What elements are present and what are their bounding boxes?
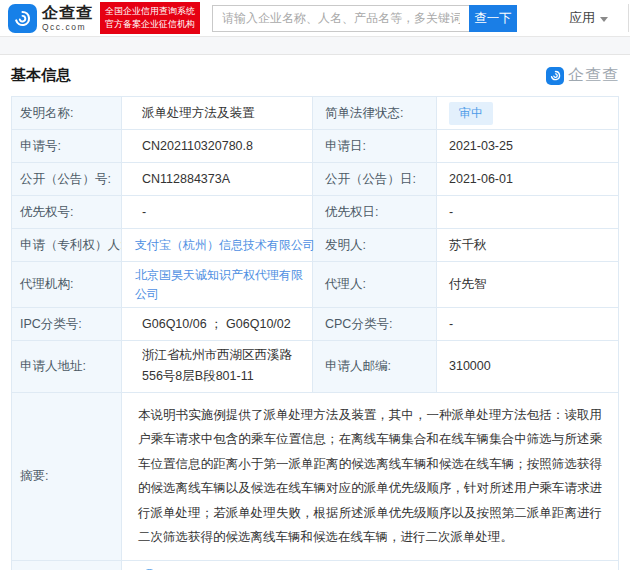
applicant-address-label: 申请人地址: bbox=[12, 341, 122, 393]
agency-cell: 北京国昊天诚知识产权代理有限公司 bbox=[122, 262, 313, 308]
cpc-class-value: - bbox=[437, 308, 619, 341]
applicant-label: 申请（专利权）人: bbox=[12, 229, 122, 262]
logo-domain: Qcc.com bbox=[42, 23, 93, 32]
logo-name: 企查查 bbox=[42, 5, 93, 21]
header-separator bbox=[0, 37, 630, 55]
ipc-class-value: G06Q10/06 ； G06Q10/02 bbox=[122, 308, 313, 341]
simple-legal-status-label: 简单法律状态: bbox=[313, 97, 437, 130]
simple-legal-status-cell: 审中 bbox=[437, 97, 619, 130]
invention-name-label: 发明名称: bbox=[12, 97, 122, 130]
chevron-down-icon bbox=[600, 17, 608, 22]
section-header: 基本信息 企查查 bbox=[11, 55, 619, 96]
agency-label: 代理机构: bbox=[12, 262, 122, 308]
application-number-label: 申请号: bbox=[12, 130, 122, 163]
applicant-link[interactable]: 支付宝（杭州）信息技术有限公司 bbox=[135, 238, 315, 252]
applicant-cell: 支付宝（杭州）信息技术有限公司 bbox=[122, 229, 313, 262]
publication-date-value: 2021-06-01 bbox=[437, 163, 619, 196]
table-row: 申请号: CN202110320780.8 申请日: 2021-03-25 bbox=[12, 130, 619, 163]
table-row: 申请（专利权）人: 支付宝（杭州）信息技术有限公司 发明人: 苏千秋 bbox=[12, 229, 619, 262]
publication-number-value: CN112884373A bbox=[122, 163, 313, 196]
table-row: 优先权号: - 优先权日: - bbox=[12, 196, 619, 229]
application-number-value: CN202110320780.8 bbox=[122, 130, 313, 163]
application-date-label: 申请日: bbox=[313, 130, 437, 163]
search-button[interactable]: 查一下 bbox=[469, 5, 517, 32]
agency-link[interactable]: 北京国昊天诚知识产权代理有限公司 bbox=[135, 268, 303, 301]
table-row: 申请人地址: 浙江省杭州市西湖区西溪路556号8层B段801-11 申请人邮编:… bbox=[12, 341, 619, 393]
basic-info-panel: 基本信息 企查查 发明名称: 派单处理方法及装置 简单法律状态: 审中 申请号:… bbox=[0, 55, 630, 570]
certification-badge: 全国企业信用查询系统 官方备案企业征信机构 bbox=[100, 2, 200, 34]
priority-date-label: 优先权日: bbox=[313, 196, 437, 229]
priority-number-label: 优先权号: bbox=[12, 196, 122, 229]
applicant-zipcode-label: 申请人邮编: bbox=[313, 341, 437, 393]
qcc-logo-icon bbox=[8, 4, 37, 33]
publication-date-label: 公开（公告）日: bbox=[313, 163, 437, 196]
inventor-label: 发明人: bbox=[313, 229, 437, 262]
agent-label: 代理人: bbox=[313, 262, 437, 308]
basic-info-table: 发明名称: 派单处理方法及装置 简单法律状态: 审中 申请号: CN202110… bbox=[11, 96, 619, 570]
applicant-zipcode-value: 310000 bbox=[437, 341, 619, 393]
priority-number-value: - bbox=[122, 196, 313, 229]
badge-line2: 官方备案企业征信机构 bbox=[105, 18, 195, 31]
table-row: 发明名称: 派单处理方法及装置 简单法律状态: 审中 bbox=[12, 97, 619, 130]
search-bar: 查一下 bbox=[212, 5, 517, 32]
application-date-value: 2021-03-25 bbox=[437, 130, 619, 163]
table-row: IPC分类号: G06Q10/06 ； G06Q10/02 CPC分类号: - bbox=[12, 308, 619, 341]
section-title: 基本信息 bbox=[11, 66, 71, 85]
qcc-logo[interactable]: 企查查 Qcc.com bbox=[8, 4, 93, 33]
invention-name-value: 派单处理方法及装置 bbox=[122, 97, 313, 130]
cpc-class-label: CPC分类号: bbox=[313, 308, 437, 341]
qcc-watermark-icon bbox=[546, 67, 564, 85]
table-row: 法律状态: 1 2021-06-01 公开 bbox=[12, 560, 619, 570]
apps-menu[interactable]: 应用 bbox=[569, 9, 608, 27]
apps-menu-label: 应用 bbox=[569, 9, 595, 27]
abstract-value: 本说明书实施例提供了派单处理方法及装置，其中，一种派单处理方法包括：读取用户乘车… bbox=[122, 392, 619, 560]
abstract-label: 摘要: bbox=[12, 392, 122, 560]
badge-line1: 全国企业信用查询系统 bbox=[105, 5, 195, 18]
table-row: 公开（公告）号: CN112884373A 公开（公告）日: 2021-06-0… bbox=[12, 163, 619, 196]
priority-date-value: - bbox=[437, 196, 619, 229]
table-row: 代理机构: 北京国昊天诚知识产权代理有限公司 代理人: 付先智 bbox=[12, 262, 619, 308]
search-input[interactable] bbox=[212, 5, 469, 32]
publication-number-label: 公开（公告）号: bbox=[12, 163, 122, 196]
inventor-value: 苏千秋 bbox=[437, 229, 619, 262]
status-badge: 审中 bbox=[449, 102, 493, 125]
qcc-logo-text: 企查查 Qcc.com bbox=[42, 5, 93, 32]
qcc-watermark-text: 企查查 bbox=[568, 65, 619, 86]
top-header: 企查查 Qcc.com 全国企业信用查询系统 官方备案企业征信机构 查一下 应用 bbox=[0, 0, 630, 37]
agent-value: 付先智 bbox=[437, 262, 619, 308]
legal-status-label: 法律状态: bbox=[12, 560, 122, 570]
table-row: 摘要: 本说明书实施例提供了派单处理方法及装置，其中，一种派单处理方法包括：读取… bbox=[12, 392, 619, 560]
legal-status-cell: 1 2021-06-01 公开 bbox=[122, 560, 619, 570]
applicant-address-value: 浙江省杭州市西湖区西溪路556号8层B段801-11 bbox=[122, 341, 313, 393]
ipc-class-label: IPC分类号: bbox=[12, 308, 122, 341]
qcc-watermark: 企查查 bbox=[546, 65, 619, 86]
